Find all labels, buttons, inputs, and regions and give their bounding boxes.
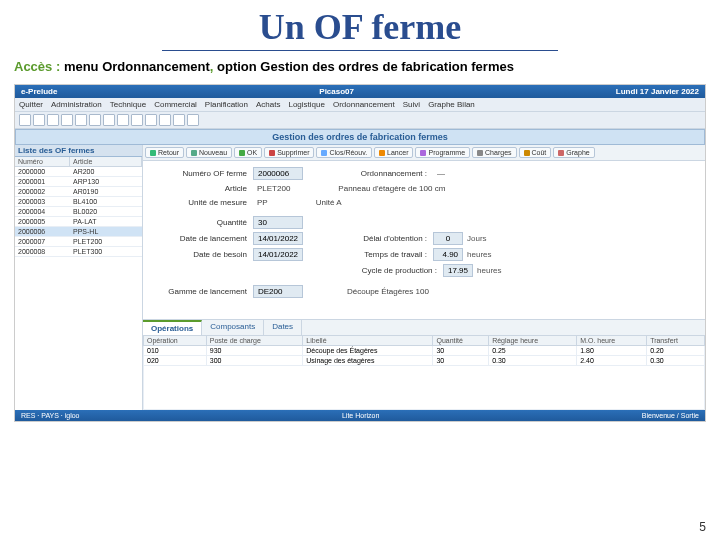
uom-desc: Unité A <box>312 197 346 208</box>
article-code: PLET200 <box>253 183 294 194</box>
launch-date-field[interactable]: 14/01/2022 <box>253 232 303 245</box>
tab-components[interactable]: Composants <box>202 320 264 335</box>
app-name: e-Prelude <box>21 87 57 96</box>
play-icon <box>379 150 385 156</box>
toolbar-icon[interactable] <box>47 114 59 126</box>
table-row[interactable]: 020300Usinage des étagères300.302.400.30 <box>144 356 705 366</box>
list-item[interactable]: 2000006PPS-HL <box>15 227 142 237</box>
routing-desc: Découpe Étagères 100 <box>343 286 433 297</box>
launch-button[interactable]: Lancer <box>374 147 413 158</box>
plus-icon <box>191 150 197 156</box>
menu-item[interactable]: Commercial <box>154 100 197 109</box>
uom-value: PP <box>253 197 272 208</box>
slide-subtitle: Accès : menu Ordonnancement, option Gest… <box>0 51 720 84</box>
main-panel: Retour Nouveau OK Supprimer Clos/Réouv. … <box>143 145 705 410</box>
toolbar-icon[interactable] <box>131 114 143 126</box>
page-number: 5 <box>699 520 706 534</box>
qty-field[interactable]: 30 <box>253 216 303 229</box>
col-header: Numéro <box>15 157 70 166</box>
menu-item[interactable]: Graphe Bilan <box>428 100 475 109</box>
calendar-icon <box>420 150 426 156</box>
coin-icon <box>524 150 530 156</box>
toolbar-icon[interactable] <box>187 114 199 126</box>
col-header: Poste de charge <box>206 336 302 346</box>
cycle-unit: heures <box>473 266 501 275</box>
need-date-field[interactable]: 14/01/2022 <box>253 248 303 261</box>
tab-dates[interactable]: Dates <box>264 320 302 335</box>
leadtime-label: Délai d'obtention : <box>323 234 433 243</box>
new-button[interactable]: Nouveau <box>186 147 232 158</box>
app-context: Picaso07 <box>319 87 354 96</box>
action-toolbar: Retour Nouveau OK Supprimer Clos/Réouv. … <box>143 145 705 161</box>
toolbar-icon[interactable] <box>89 114 101 126</box>
toolbar-icon[interactable] <box>159 114 171 126</box>
loads-button[interactable]: Charges <box>472 147 516 158</box>
tab-operations[interactable]: Opérations <box>143 320 202 335</box>
app-date: Lundi 17 Janvier 2022 <box>616 87 699 96</box>
menu-item[interactable]: Technique <box>110 100 146 109</box>
cost-button[interactable]: Coût <box>519 147 552 158</box>
of-number-field[interactable]: 2000006 <box>253 167 303 180</box>
toolbar-icon[interactable] <box>103 114 115 126</box>
menu-item[interactable]: Suivi <box>403 100 420 109</box>
toolbar-icon[interactable] <box>173 114 185 126</box>
menu-item[interactable]: Planification <box>205 100 248 109</box>
leadtime-unit: Jours <box>463 234 487 243</box>
list-item[interactable]: 2000004BL0020 <box>15 207 142 217</box>
list-item[interactable]: 2000003BL4100 <box>15 197 142 207</box>
routing-field[interactable]: DE200 <box>253 285 303 298</box>
list-item[interactable]: 2000001ARP130 <box>15 177 142 187</box>
program-button[interactable]: Programme <box>415 147 470 158</box>
col-header: Opération <box>144 336 207 346</box>
ok-button[interactable]: OK <box>234 147 262 158</box>
operations-table: Opération Poste de charge Libellé Quanti… <box>143 335 705 410</box>
list-item[interactable]: 2000005PA-LAT <box>15 217 142 227</box>
menu-item[interactable]: Quitter <box>19 100 43 109</box>
access-option: option Gestion des ordres de fabrication… <box>217 59 514 74</box>
article-desc: Panneau d'étagère de 100 cm <box>334 183 449 194</box>
list-item[interactable]: 2000002AR0190 <box>15 187 142 197</box>
lock-icon <box>321 150 327 156</box>
toolbar-icon[interactable] <box>117 114 129 126</box>
sidebar: Liste des OF fermes Numéro Article 20000… <box>15 145 143 410</box>
check-icon <box>239 150 245 156</box>
col-header: Transfert <box>647 336 705 346</box>
article-label: Article <box>153 184 253 193</box>
toolbar-icon[interactable] <box>19 114 31 126</box>
menu-item[interactable]: Logistique <box>288 100 324 109</box>
x-icon <box>269 150 275 156</box>
cycle-label: Cycle de production : <box>333 266 443 275</box>
close-reopen-button[interactable]: Clos/Réouv. <box>316 147 372 158</box>
list-item[interactable]: 2000008PLET300 <box>15 247 142 257</box>
of-number-label: Numéro OF ferme <box>153 169 253 178</box>
toolbar-icon[interactable] <box>61 114 73 126</box>
list-item[interactable]: 2000007PLET200 <box>15 237 142 247</box>
col-header: Libellé <box>303 336 433 346</box>
need-date-label: Date de besoin <box>153 250 253 259</box>
table-row[interactable]: 010930Découpe des Étagères300.251.800.20 <box>144 346 705 356</box>
back-button[interactable]: Retour <box>145 147 184 158</box>
toolbar-icon[interactable] <box>75 114 87 126</box>
app-window: e-Prelude Picaso07 Lundi 17 Janvier 2022… <box>14 84 706 422</box>
delete-button[interactable]: Supprimer <box>264 147 314 158</box>
menu-item[interactable]: Administration <box>51 100 102 109</box>
leadtime-field: 0 <box>433 232 463 245</box>
toolbar-icon[interactable] <box>145 114 157 126</box>
scheduling-label: Ordonnancement : <box>323 169 433 178</box>
menu-item[interactable]: Ordonnancement <box>333 100 395 109</box>
col-header: Réglage heure <box>489 336 577 346</box>
graph-button[interactable]: Graphe <box>553 147 594 158</box>
icon-bar <box>15 112 705 129</box>
col-header: M.O. heure <box>577 336 647 346</box>
status-center: Lite Horizon <box>342 412 379 419</box>
qty-label: Quantité <box>153 218 253 227</box>
menu-item[interactable]: Achats <box>256 100 280 109</box>
scheduling-value: — <box>433 168 449 179</box>
access-menu: menu Ordonnancement <box>64 59 210 74</box>
toolbar-icon[interactable] <box>33 114 45 126</box>
launch-date-label: Date de lancement <box>153 234 253 243</box>
worktime-label: Temps de travail : <box>323 250 433 259</box>
list-item[interactable]: 2000000AR200 <box>15 167 142 177</box>
page-header: Gestion des ordres de fabrication fermes <box>15 129 705 145</box>
worktime-unit: heures <box>463 250 491 259</box>
